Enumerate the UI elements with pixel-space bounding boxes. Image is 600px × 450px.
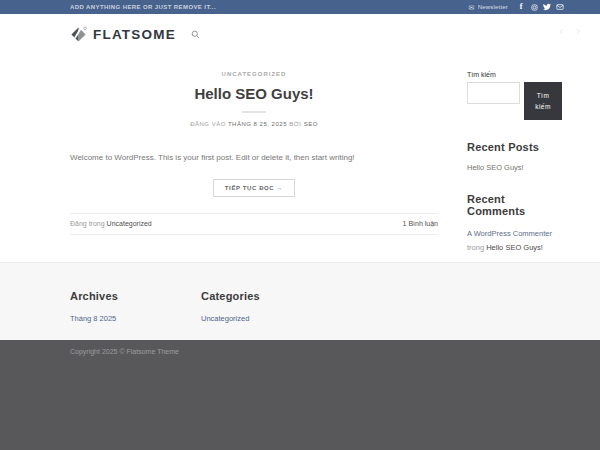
categories-link[interactable]: Uncategorized [201, 314, 332, 323]
sidebar-search-form: Tìm kiếm [467, 82, 564, 120]
comment-post-link[interactable]: Hello SEO Guys! [486, 243, 543, 252]
instagram-icon[interactable] [530, 3, 538, 11]
post-excerpt: Welcome to WordPress. This is your first… [70, 152, 438, 164]
social-icons: f [517, 3, 564, 11]
read-more-button[interactable]: TIẾP TỤC ĐỌC → [213, 179, 295, 197]
recent-comment-item: A WordPress Commenter trong Hello SEO Gu… [467, 227, 564, 255]
logo-text: FLATSOME [93, 27, 176, 42]
copyright-text: Copyright 2025 © Flatsome Theme [70, 348, 179, 355]
categories-title: Categories [201, 290, 332, 302]
sidebar-search-input[interactable] [467, 82, 520, 104]
site-header: FLATSOME ‹ › [0, 14, 600, 55]
title-divider [242, 111, 266, 113]
site-logo[interactable]: FLATSOME [70, 26, 176, 43]
envelope-icon: ✉ [469, 4, 475, 11]
archives-link[interactable]: Tháng 8 2025 [70, 314, 201, 323]
comment-in-label: trong [467, 243, 484, 252]
flatsome-logo-icon [70, 26, 87, 43]
facebook-icon[interactable]: f [517, 3, 525, 11]
post-header: UNCATEGORIZED Hello SEO Guys! ĐĂNG VÀO T… [70, 55, 438, 127]
sidebar-search-label: Tìm kiếm [467, 71, 564, 78]
sidebar: Tìm kiếm Tìm kiếm Recent Posts Hello SEO… [467, 55, 564, 262]
absolute-footer: Copyright 2025 © Flatsome Theme [0, 340, 600, 450]
blog-post: UNCATEGORIZED Hello SEO Guys! ĐĂNG VÀO T… [70, 55, 438, 262]
posted-in-label: Đăng trong [70, 220, 105, 227]
footer-widgets: Archives Tháng 8 2025 Categories Uncateg… [0, 262, 600, 340]
topbar-message: ADD ANYTHING HERE OR JUST REMOVE IT... [70, 4, 216, 10]
meta-by: BỞI [289, 121, 301, 127]
recent-posts-title: Recent Posts [467, 141, 564, 153]
post-meta: ĐĂNG VÀO THÁNG 8 25, 2025 BỞI SEO [70, 121, 438, 127]
header-arrows: ‹ › [559, 24, 580, 37]
main-content: UNCATEGORIZED Hello SEO Guys! ĐĂNG VÀO T… [0, 55, 600, 262]
newsletter-link[interactable]: ✉ Newsletter [469, 4, 508, 11]
email-icon[interactable] [556, 3, 564, 11]
comments-count-link[interactable]: 1 Bình luận [403, 220, 438, 227]
archives-title: Archives [70, 290, 201, 302]
meta-prefix: ĐĂNG VÀO [190, 121, 226, 127]
meta-date: THÁNG 8 25, 2025 [228, 121, 287, 127]
top-bar: ADD ANYTHING HERE OR JUST REMOVE IT... ✉… [0, 0, 600, 14]
newsletter-label: Newsletter [478, 4, 508, 10]
post-title[interactable]: Hello SEO Guys! [70, 84, 438, 104]
comment-author-link[interactable]: A WordPress Commenter [467, 229, 552, 238]
recent-post-link[interactable]: Hello SEO Guys! [467, 163, 564, 172]
topbar-right: ✉ Newsletter f [469, 3, 564, 11]
post-category-link[interactable]: UNCATEGORIZED [222, 71, 287, 77]
meta-author-link[interactable]: SEO [304, 121, 318, 127]
footer-archives-widget: Archives Tháng 8 2025 [70, 290, 201, 340]
twitter-icon[interactable] [543, 3, 551, 11]
read-more-row: TIẾP TỤC ĐỌC → [70, 176, 438, 197]
next-arrow-icon[interactable]: › [576, 24, 580, 37]
prev-arrow-icon[interactable]: ‹ [559, 24, 563, 37]
posted-in-category-link[interactable]: Uncategorized [107, 220, 152, 227]
recent-comments-title: Recent Comments [467, 193, 564, 217]
sidebar-search-button[interactable]: Tìm kiếm [524, 82, 562, 120]
footer-categories-widget: Categories Uncategorized [201, 290, 332, 340]
search-icon[interactable] [191, 30, 200, 39]
posted-in: Đăng trong Uncategorized [70, 220, 152, 227]
post-footer-meta: Đăng trong Uncategorized 1 Bình luận [70, 213, 438, 235]
